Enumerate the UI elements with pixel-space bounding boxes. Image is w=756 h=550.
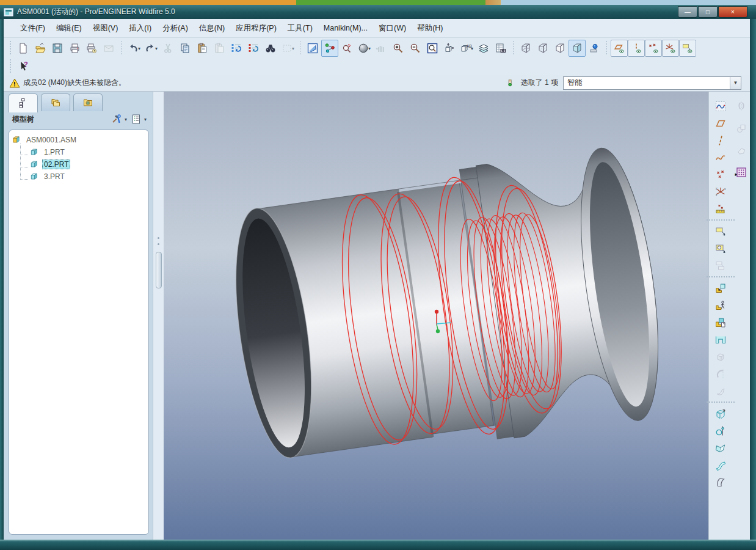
toolbar-drag-handle[interactable] <box>9 59 12 74</box>
annotation-feature-button[interactable] <box>712 240 729 257</box>
close-button[interactable]: × <box>718 6 747 18</box>
send-email-button[interactable] <box>100 40 117 57</box>
create-component-button[interactable] <box>712 314 729 331</box>
menu-item-file[interactable]: 文件(F) <box>15 21 51 36</box>
annotation-group-button[interactable] <box>712 257 729 274</box>
revolve-surface-button[interactable] <box>712 422 729 439</box>
maximize-button[interactable]: □ <box>698 6 718 18</box>
flyout-arrow-icon[interactable]: ▾ <box>155 46 158 51</box>
no-hidden-button[interactable] <box>551 40 569 57</box>
inheritance-button[interactable] <box>733 142 750 158</box>
menu-item-analysis[interactable]: 分析(A) <box>157 21 194 36</box>
panel-splitter[interactable] <box>153 92 164 540</box>
undo-button[interactable]: ▾ <box>125 40 142 57</box>
datum-axis-display-toggle[interactable] <box>628 40 645 57</box>
save-button[interactable] <box>49 40 66 57</box>
datum-plane-button[interactable] <box>712 115 729 131</box>
print-button[interactable] <box>66 40 83 57</box>
datum-point-button[interactable]: ▸ <box>712 166 729 183</box>
reorient-button[interactable] <box>441 40 458 57</box>
find-button[interactable] <box>262 40 279 57</box>
mirror-button[interactable] <box>733 98 750 114</box>
minimize-button[interactable]: — <box>678 6 697 18</box>
regenerate-manager-button[interactable] <box>245 40 262 57</box>
layers-button[interactable] <box>475 40 492 57</box>
style-surface-button[interactable] <box>712 474 729 490</box>
paste-special-button[interactable] <box>211 40 228 57</box>
flyout-arrow-icon[interactable]: ▾ <box>292 46 294 51</box>
hidden-line-button[interactable] <box>534 40 551 57</box>
spin-center-toggle[interactable] <box>321 40 338 57</box>
tree-item-asm0001.asm[interactable]: ASM0001.ASM <box>12 134 146 146</box>
zoom-in-button[interactable] <box>390 40 407 57</box>
regenerate-button[interactable] <box>228 40 245 57</box>
tab-model-tree[interactable] <box>9 94 38 112</box>
tree-item-02.prt[interactable]: 02.PRT <box>12 158 146 170</box>
combobox-dropdown-icon[interactable]: ▼ <box>730 77 741 89</box>
merge-button[interactable] <box>733 120 750 136</box>
copy-button[interactable] <box>176 40 194 57</box>
datum-axis-button[interactable] <box>712 132 729 148</box>
extrude-button[interactable] <box>712 348 729 365</box>
refit-button[interactable] <box>424 40 441 57</box>
pattern-button[interactable] <box>733 164 750 180</box>
toolbar-drag-handle[interactable] <box>9 41 12 56</box>
new-file-button[interactable] <box>15 40 32 57</box>
menu-item-help[interactable]: 帮助(H) <box>412 21 448 36</box>
select-by-box-button[interactable]: ▾ <box>279 40 296 57</box>
flyout-arrow-icon[interactable]: ▾ <box>144 117 147 122</box>
datum-plane-display-toggle[interactable] <box>611 40 628 57</box>
enhanced-realism-button[interactable] <box>586 40 603 57</box>
tree-settings-button[interactable] <box>128 112 144 127</box>
select-items-button[interactable]: ? <box>15 58 32 75</box>
menu-item-manikin[interactable]: Manikin(M)... <box>318 21 373 35</box>
tree-tools-button[interactable] <box>109 112 125 127</box>
sweep-button[interactable] <box>712 383 729 399</box>
assemble-manikin-button[interactable] <box>712 297 729 314</box>
redo-button[interactable]: ▾ <box>142 40 159 57</box>
datum-curve-button[interactable] <box>712 149 729 166</box>
style-tool-button[interactable] <box>712 98 729 114</box>
selection-filter-combobox[interactable]: 智能 ▼ <box>563 76 741 90</box>
splitter-grip[interactable] <box>156 252 162 288</box>
cut-button[interactable] <box>159 40 176 57</box>
datum-csys-button[interactable]: yzx <box>712 183 729 200</box>
orient-mode-button[interactable] <box>338 40 355 57</box>
flyout-arrow-icon[interactable]: ▾ <box>138 46 140 51</box>
print-setup-button[interactable] <box>83 40 100 57</box>
saved-views-button[interactable]: AB▾ <box>458 40 475 57</box>
tab-favorites[interactable] <box>73 94 103 111</box>
datum-target-button[interactable] <box>712 200 729 217</box>
plane-normal-button[interactable] <box>712 439 729 456</box>
render-style-button[interactable]: ▾ <box>355 40 373 57</box>
wireframe-button[interactable] <box>517 40 534 57</box>
open-file-button[interactable] <box>32 40 49 57</box>
slot-feature-button[interactable] <box>712 331 729 348</box>
menu-item-window[interactable]: 窗口(W) <box>373 21 412 36</box>
datum-point-display-toggle[interactable] <box>645 40 662 57</box>
zoom-out-button[interactable] <box>407 40 424 57</box>
annotation-button[interactable] <box>712 223 729 240</box>
assemble-component-button[interactable] <box>712 280 729 296</box>
repaint-button[interactable] <box>304 40 321 57</box>
annotation-display-toggle[interactable] <box>679 40 696 57</box>
pan-zoom-button[interactable] <box>373 40 390 57</box>
view-manager-button[interactable] <box>492 40 509 57</box>
3d-viewport[interactable] <box>164 92 708 540</box>
menu-item-edit[interactable]: 编辑(E) <box>51 21 87 36</box>
tree-item-1.prt[interactable]: 1.PRT <box>12 146 146 158</box>
menu-item-view[interactable]: 视图(V) <box>87 21 124 36</box>
menu-item-applications[interactable]: 应用程序(P) <box>230 21 282 36</box>
menu-item-insert[interactable]: 插入(I) <box>123 21 157 36</box>
selection-buffer-icon[interactable] <box>504 77 516 89</box>
tab-folder-browser[interactable] <box>41 94 70 111</box>
flyout-arrow-icon[interactable]: ▾ <box>471 46 473 51</box>
flyout-arrow-icon[interactable]: ▾ <box>125 117 127 122</box>
revolve-button[interactable] <box>712 365 729 382</box>
tree-item-3.prt[interactable]: 3.PRT <box>12 170 146 183</box>
boundary-blend-button[interactable] <box>712 457 729 473</box>
csys-display-toggle[interactable] <box>662 40 679 57</box>
flyout-arrow-icon[interactable]: ▾ <box>368 46 371 51</box>
datum-box-button[interactable] <box>712 405 729 422</box>
shaded-button[interactable] <box>569 40 586 57</box>
